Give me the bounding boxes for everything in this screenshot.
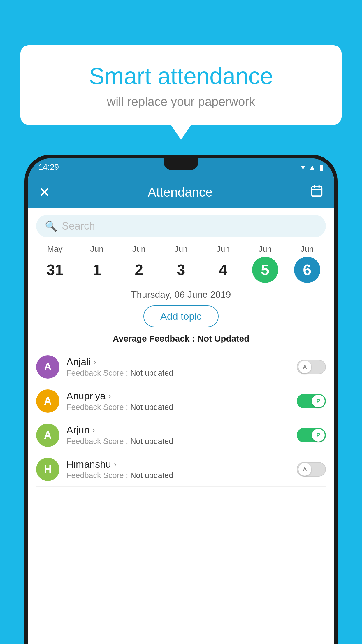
notch xyxy=(164,158,198,170)
cal-day-6[interactable]: Jun 6 xyxy=(294,244,320,283)
toggle-knob-2: P xyxy=(312,429,325,442)
student-info-3: Himanshu › Feedback Score : Not updated xyxy=(66,459,290,480)
student-feedback-2: Feedback Score : Not updated xyxy=(66,437,290,446)
student-avatar-3: H xyxy=(36,458,59,481)
calendar-strip: May 31 Jun 1 Jun 2 Jun 3 Jun 4 xyxy=(28,242,334,283)
cal-month-5: Jun xyxy=(259,244,272,254)
student-item-3[interactable]: H Himanshu › Feedback Score : Not update… xyxy=(36,452,326,487)
battery-icon: ▮ xyxy=(319,163,324,172)
signal-icon: ▲ xyxy=(308,163,316,172)
student-name-1[interactable]: Anupriya › xyxy=(66,390,290,402)
cal-date-3[interactable]: 3 xyxy=(168,257,194,283)
student-name-2[interactable]: Arjun › xyxy=(66,424,290,436)
cal-date-2[interactable]: 2 xyxy=(126,257,152,283)
attendance-toggle-2[interactable]: P xyxy=(297,428,326,442)
search-bar[interactable]: 🔍 Search xyxy=(36,215,326,237)
status-bar: 14:29 ▾ ▲ ▮ xyxy=(28,158,334,176)
cal-month-2: Jun xyxy=(132,244,145,254)
cal-month-0: May xyxy=(47,244,63,254)
wifi-icon: ▾ xyxy=(301,163,305,172)
chevron-icon-3: › xyxy=(114,460,116,468)
speech-bubble: Smart attendance will replace your paper… xyxy=(20,45,342,125)
toggle-knob-3: A xyxy=(298,463,311,476)
cal-month-4: Jun xyxy=(217,244,230,254)
cal-date-4[interactable]: 4 xyxy=(210,257,236,283)
status-time: 14:29 xyxy=(38,162,59,172)
cal-date-0[interactable]: 31 xyxy=(42,257,68,283)
cal-date-1[interactable]: 1 xyxy=(84,257,110,283)
cal-month-3: Jun xyxy=(174,244,187,254)
student-item-0[interactable]: A Anjali › Feedback Score : Not updated … xyxy=(36,350,326,384)
student-avatar-1: A xyxy=(36,389,59,413)
student-name-0[interactable]: Anjali › xyxy=(66,356,290,368)
student-avatar-2: A xyxy=(36,424,59,447)
app-bar: ✕ Attendance xyxy=(28,176,334,208)
student-info-0: Anjali › Feedback Score : Not updated xyxy=(66,356,290,378)
add-topic-button[interactable]: Add topic xyxy=(143,305,219,327)
bubble-title: Smart attendance xyxy=(35,63,327,90)
toggle-knob-1: P xyxy=(312,395,325,407)
student-avatar-0: A xyxy=(36,355,59,379)
calendar-button[interactable] xyxy=(310,184,324,200)
student-name-3[interactable]: Himanshu › xyxy=(66,459,290,470)
student-info-2: Arjun › Feedback Score : Not updated xyxy=(66,424,290,446)
attendance-toggle-3[interactable]: A xyxy=(297,462,326,477)
avg-feedback-value: Not Updated xyxy=(197,334,249,343)
app-bar-title: Attendance xyxy=(148,185,213,200)
toggle-knob-0: A xyxy=(298,360,311,373)
bubble-subtitle: will replace your paperwork xyxy=(35,95,327,109)
cal-month-1: Jun xyxy=(90,244,103,254)
chevron-icon-1: › xyxy=(108,392,111,400)
svg-rect-0 xyxy=(312,186,322,196)
attendance-toggle-0[interactable]: A xyxy=(297,360,326,374)
cal-day-0[interactable]: May 31 xyxy=(42,244,68,283)
student-feedback-3: Feedback Score : Not updated xyxy=(66,471,290,480)
cal-month-6: Jun xyxy=(301,244,314,254)
phone-frame: 14:29 ▾ ▲ ▮ ✕ Attendance xyxy=(24,155,338,644)
student-feedback-0: Feedback Score : Not updated xyxy=(66,369,290,378)
search-icon: 🔍 xyxy=(45,220,57,232)
speech-bubble-container: Smart attendance will replace your paper… xyxy=(20,45,342,125)
cal-day-2[interactable]: Jun 2 xyxy=(126,244,152,283)
student-item-2[interactable]: A Arjun › Feedback Score : Not updated P xyxy=(36,418,326,452)
cal-day-5[interactable]: Jun 5 xyxy=(252,244,278,283)
cal-date-6[interactable]: 6 xyxy=(294,257,320,283)
avg-feedback-label: Average Feedback : xyxy=(113,334,197,343)
student-item-1[interactable]: A Anupriya › Feedback Score : Not update… xyxy=(36,384,326,418)
average-feedback: Average Feedback : Not Updated xyxy=(28,334,334,344)
status-icons: ▾ ▲ ▮ xyxy=(301,163,324,172)
cal-date-5[interactable]: 5 xyxy=(252,257,278,283)
cal-day-4[interactable]: Jun 4 xyxy=(210,244,236,283)
chevron-icon-2: › xyxy=(92,426,95,434)
chevron-icon-0: › xyxy=(94,358,96,366)
student-list: A Anjali › Feedback Score : Not updated … xyxy=(28,350,334,487)
phone-inner: 14:29 ▾ ▲ ▮ ✕ Attendance xyxy=(28,158,334,644)
date-display: Thursday, 06 June 2019 xyxy=(28,289,334,300)
student-info-1: Anupriya › Feedback Score : Not updated xyxy=(66,390,290,412)
attendance-toggle-1[interactable]: P xyxy=(297,394,326,408)
search-input[interactable]: Search xyxy=(62,220,95,232)
student-feedback-1: Feedback Score : Not updated xyxy=(66,403,290,412)
app-content: ✕ Attendance 🔍 Search xyxy=(28,176,334,644)
cal-day-1[interactable]: Jun 1 xyxy=(84,244,110,283)
close-button[interactable]: ✕ xyxy=(38,184,50,200)
cal-day-3[interactable]: Jun 3 xyxy=(168,244,194,283)
